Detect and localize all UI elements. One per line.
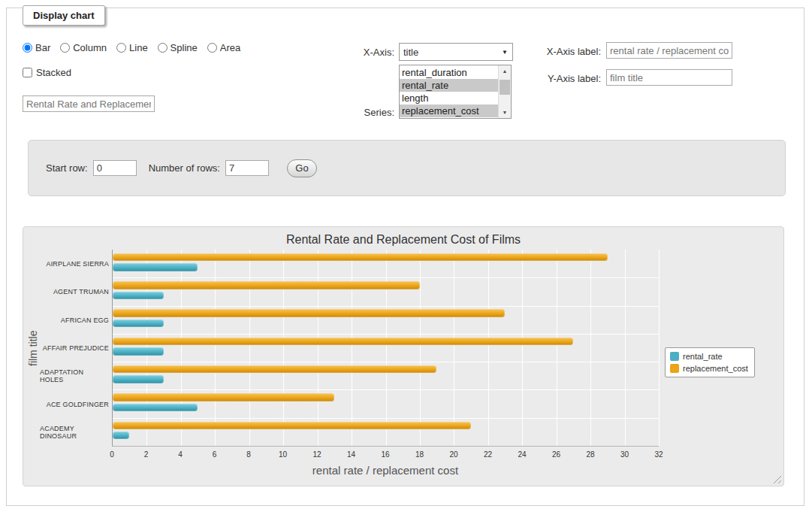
category-label: AGENT TRUMAN [40,277,109,305]
x-tick-label: 0 [110,450,114,459]
chart-type-radio-column[interactable] [60,43,70,53]
legend-swatch [670,352,679,361]
x-tick-label: 22 [484,450,492,459]
category-label: AFFAIR PREJUDICE [40,334,109,362]
chart-type-radio-bar[interactable] [23,43,32,53]
gridline [113,418,659,419]
x-tick-label: 32 [654,450,663,459]
category-label: AFRICAN EGG [40,306,109,334]
series-option-list: rental_durationrental_ratelengthreplacem… [400,65,498,118]
x-tick-label: 24 [518,450,526,459]
gridline [283,250,284,446]
series-option-length[interactable]: length [400,92,498,105]
x-axis-tick-labels: 02468101214161820222426283032 [112,450,659,461]
bar-rental_rate [113,292,164,299]
bar-rental_rate [113,432,129,439]
x-tick-label: 20 [449,450,457,459]
rows-panel: Start row: Number of rows: Go [28,140,786,196]
x-tick-label: 16 [381,450,389,459]
chart-type-radio-area[interactable] [207,43,217,53]
x-tick-label: 28 [586,450,594,459]
chart-type-option-text: Line [129,42,148,53]
bar-replacement_cost [113,365,436,373]
x-tick-label: 14 [347,450,355,459]
gridline [420,250,421,446]
legend-swatch [670,364,679,373]
bar-replacement_cost [113,393,334,401]
stacked-checkbox[interactable] [23,68,32,77]
x-axis-label-label: X-Axis label: [491,46,601,57]
chart-type-radio-group: BarColumnLineSplineArea [23,42,240,53]
x-axis-label-input[interactable] [606,42,732,59]
gridline [590,250,591,446]
panel-legend: Display chart [23,5,105,26]
chart-type-option-spline[interactable]: Spline [158,42,198,53]
gridline [522,250,523,446]
gridline [386,250,387,446]
y-axis-label-input[interactable] [606,69,732,86]
x-tick-label: 18 [415,450,424,459]
bar-replacement_cost [113,253,608,261]
gridline [113,362,659,362]
legend-label: replacement_cost [683,364,748,373]
display-chart-fieldset: Display chart BarColumnLineSplineArea St… [6,8,804,506]
legend-item-replacement_cost[interactable]: replacement_cost [670,364,748,373]
legend-item-rental_rate[interactable]: rental_rate [670,352,748,361]
chart-type-option-area[interactable]: Area [207,42,240,53]
chart-type-radio-spline[interactable] [158,43,168,53]
category-label: ACE GOLDFINGER [40,390,109,418]
chart-type-option-column[interactable]: Column [60,42,107,53]
bar-rental_rate [113,404,198,411]
x-tick-label: 12 [312,450,321,459]
category-axis-labels: AIRPLANE SIERRAAGENT TRUMANAFRICAN EGGAF… [40,250,109,447]
gridline [318,250,318,446]
gridline [215,250,216,446]
go-button[interactable]: Go [287,159,317,177]
gridline [249,250,250,446]
category-label: AIRPLANE SIERRA [40,250,109,277]
bar-rental_rate [113,347,164,355]
start-row-input[interactable] [93,160,137,176]
gridline [625,250,626,446]
series-option-replacement_cost[interactable]: replacement_cost [400,105,498,117]
x-tick-label: 6 [213,450,217,459]
category-label: ADAPTATION HOLES [40,362,109,390]
gridline [659,250,660,446]
category-label: ACADEMY DINOSAUR [40,419,109,447]
gridline [113,389,659,390]
chart-type-option-text: Bar [35,42,50,53]
legend-label: rental_rate [683,352,723,361]
chart-title-input[interactable] [23,95,155,112]
bar-rental_rate [113,375,164,383]
series-select-label: Series: [330,107,394,118]
gridline [557,250,557,446]
number-of-rows-input[interactable] [225,160,269,176]
scroll-down-icon[interactable]: ▼ [499,107,511,118]
series-option-rental_duration[interactable]: rental_duration [400,66,498,79]
stacked-checkbox-row[interactable]: Stacked [23,67,71,78]
gridline [181,250,182,446]
bar-replacement_cost [113,338,573,345]
series-option-rental_rate[interactable]: rental_rate [400,79,498,92]
bar-replacement_cost [113,281,420,289]
stacked-checkbox-label: Stacked [36,67,71,78]
number-of-rows-label: Number of rows: [149,162,220,174]
chart-type-option-text: Area [220,42,240,53]
gridline [352,250,352,446]
chart-type-option-bar[interactable]: Bar [23,42,50,53]
bar-replacement_cost [113,309,505,317]
bar-rental_rate [113,320,164,327]
chart-type-radio-line[interactable] [116,43,126,53]
gridline [113,306,659,307]
chart-legend: rental_ratereplacement_cost [665,347,755,377]
resize-handle-icon[interactable] [771,474,781,483]
x-tick-label: 26 [552,450,560,459]
gridline [454,250,454,446]
gridline [113,334,659,335]
chart-type-option-text: Spline [171,42,198,53]
x-axis-select-value: title [403,47,418,58]
gridline [113,277,659,278]
chart-type-option-line[interactable]: Line [116,42,148,53]
x-axis-select-label: X-Axis: [330,47,394,58]
x-tick-label: 8 [246,450,251,459]
